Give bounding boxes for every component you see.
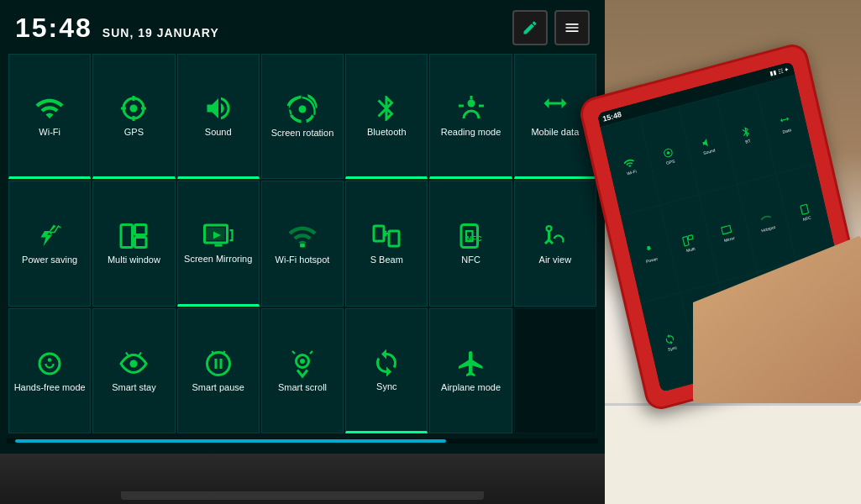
svg-point-25 — [667, 151, 670, 155]
sync-toggle[interactable]: Sync — [345, 308, 428, 433]
sync-label: Sync — [376, 381, 396, 392]
screen-rotation-toggle[interactable]: Screen rotation — [261, 54, 344, 179]
screen-rotation-label: Screen rotation — [271, 128, 334, 139]
svg-point-19 — [48, 358, 52, 362]
smart-stay-toggle[interactable]: Smart stay — [92, 308, 175, 433]
air-view-label: Air view — [539, 255, 572, 265]
svg-text:NFC: NFC — [466, 234, 482, 243]
nfc-label: NFC — [461, 255, 480, 265]
header-bar: 15:48 SUN, 19 JANUARY — [7, 7, 598, 52]
smart-pause-toggle[interactable]: Smart pause — [177, 308, 260, 433]
tv-frame-bottom — [0, 454, 605, 504]
svg-rect-28 — [688, 235, 693, 240]
tv-stand — [121, 491, 484, 500]
screen-mirroring-label: Screen Mirroring — [184, 254, 252, 265]
screen-mirroring-toggle[interactable]: Screen Mirroring — [177, 181, 260, 306]
empty-cell — [514, 308, 596, 433]
header-time-section: 15:48 SUN, 19 JANUARY — [15, 13, 219, 44]
hands-free-toggle[interactable]: Hands-free mode — [8, 308, 91, 433]
gps-label: GPS — [124, 127, 144, 138]
wifi-label: Wi-Fi — [39, 127, 60, 138]
svg-rect-12 — [300, 244, 305, 248]
bluetooth-label: Bluetooth — [367, 127, 406, 138]
nfc-toggle[interactable]: NFC NFC — [429, 181, 512, 306]
multi-window-toggle[interactable]: Multi window — [92, 181, 175, 306]
power-saving-toggle[interactable]: Power saving — [8, 181, 91, 306]
menu-button[interactable] — [554, 10, 590, 45]
wifi-toggle[interactable]: Wi-Fi — [8, 54, 91, 179]
bluetooth-toggle[interactable]: Bluetooth — [345, 54, 428, 179]
sound-toggle[interactable]: Sound — [177, 54, 260, 179]
svg-point-17 — [546, 226, 551, 231]
date-display: SUN, 19 JANUARY — [102, 26, 219, 39]
svg-point-21 — [207, 352, 229, 375]
mobile-data-label: Mobile data — [531, 127, 579, 138]
svg-rect-29 — [722, 226, 732, 235]
progress-bar-container — [7, 438, 598, 444]
svg-rect-7 — [121, 225, 133, 248]
svg-point-20 — [130, 360, 138, 367]
air-view-toggle[interactable]: Air view — [514, 181, 596, 306]
svg-rect-14 — [389, 231, 399, 246]
svg-point-18 — [39, 354, 60, 374]
svg-rect-13 — [374, 226, 384, 241]
quick-settings-grid: Wi-Fi GPS Sound — [7, 52, 598, 435]
s-beam-label: S Beam — [370, 255, 403, 265]
svg-rect-9 — [135, 238, 147, 248]
clock-display: 15:48 — [15, 13, 92, 44]
svg-point-6 — [467, 100, 475, 108]
svg-rect-30 — [801, 205, 809, 215]
s-beam-toggle[interactable]: S Beam — [345, 181, 428, 306]
smart-stay-label: Smart stay — [112, 382, 156, 393]
airplane-mode-label: Airplane mode — [441, 382, 501, 393]
header-icons — [512, 10, 590, 45]
reading-mode-label: Reading mode — [441, 127, 501, 138]
multi-window-label: Multi window — [108, 255, 160, 265]
wifi-hotspot-toggle[interactable]: Wi-Fi hotspot — [261, 181, 344, 306]
reading-mode-toggle[interactable]: Reading mode — [429, 54, 512, 179]
smart-scroll-label: Smart scroll — [278, 382, 327, 393]
wifi-hotspot-label: Wi-Fi hotspot — [276, 255, 330, 265]
tv-container: 15:48 SUN, 19 JANUARY — [0, 0, 605, 504]
svg-point-1 — [130, 105, 138, 113]
gps-toggle[interactable]: GPS — [92, 54, 175, 179]
edit-button[interactable] — [512, 10, 548, 45]
svg-rect-8 — [135, 225, 147, 235]
smart-scroll-toggle[interactable]: Smart scroll — [261, 308, 344, 433]
hands-free-label: Hands-free mode — [14, 382, 86, 393]
power-saving-label: Power saving — [22, 255, 77, 265]
smart-pause-label: Smart pause — [192, 382, 244, 393]
tv-screen: 15:48 SUN, 19 JANUARY — [0, 0, 605, 454]
sound-label: Sound — [205, 127, 232, 138]
svg-point-23 — [300, 359, 305, 364]
airplane-mode-toggle[interactable]: Airplane mode — [429, 308, 512, 433]
progress-bar — [15, 439, 446, 443]
